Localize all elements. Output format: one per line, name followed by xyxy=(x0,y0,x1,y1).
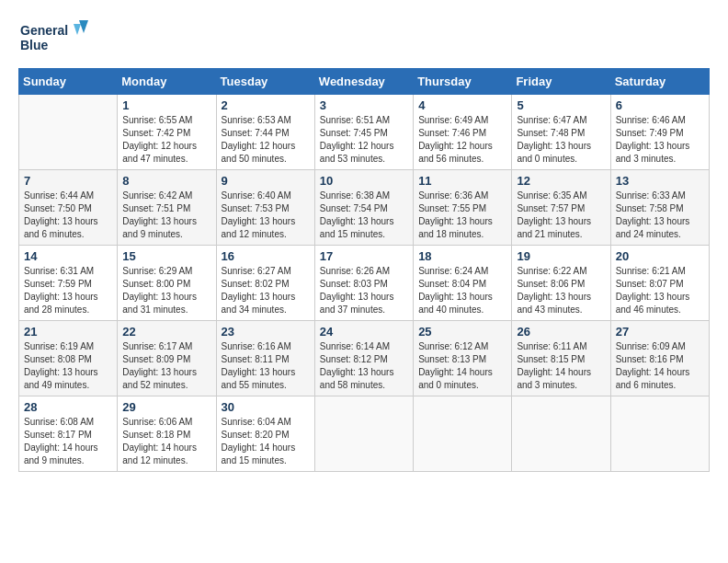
day-info: Sunrise: 6:22 AMSunset: 8:06 PMDaylight:… xyxy=(517,265,605,316)
calendar-cell: 7Sunrise: 6:44 AMSunset: 7:50 PMDaylight… xyxy=(19,170,118,246)
day-info: Sunrise: 6:55 AMSunset: 7:42 PMDaylight:… xyxy=(122,114,210,166)
calendar-cell: 2Sunrise: 6:53 AMSunset: 7:44 PMDaylight… xyxy=(216,95,314,170)
day-info: Sunrise: 6:12 AMSunset: 8:13 PMDaylight:… xyxy=(418,340,506,392)
calendar-cell xyxy=(19,95,118,170)
weekday-header: Friday xyxy=(512,69,610,95)
day-number: 14 xyxy=(24,249,112,263)
calendar-cell: 14Sunrise: 6:31 AMSunset: 7:59 PMDayligh… xyxy=(19,246,118,321)
day-info: Sunrise: 6:46 AMSunset: 7:49 PMDaylight:… xyxy=(616,114,704,166)
calendar-cell xyxy=(314,396,413,472)
day-info: Sunrise: 6:36 AMSunset: 7:55 PMDaylight:… xyxy=(418,190,506,241)
page-header: General Blue xyxy=(18,18,710,59)
calendar-table: SundayMondayTuesdayWednesdayThursdayFrid… xyxy=(18,68,710,472)
svg-marker-2 xyxy=(74,24,81,35)
day-info: Sunrise: 6:16 AMSunset: 8:11 PMDaylight:… xyxy=(222,340,310,392)
day-number: 1 xyxy=(122,98,210,112)
day-number: 29 xyxy=(122,400,210,414)
weekday-header: Sunday xyxy=(19,69,118,95)
day-number: 17 xyxy=(320,249,408,263)
day-info: Sunrise: 6:21 AMSunset: 8:07 PMDaylight:… xyxy=(616,265,704,316)
day-number: 20 xyxy=(616,249,704,263)
calendar-week-row: 14Sunrise: 6:31 AMSunset: 7:59 PMDayligh… xyxy=(19,246,710,321)
day-info: Sunrise: 6:04 AMSunset: 8:20 PMDaylight:… xyxy=(222,416,310,467)
calendar-cell: 4Sunrise: 6:49 AMSunset: 7:46 PMDaylight… xyxy=(414,95,512,170)
day-number: 19 xyxy=(517,249,605,263)
weekday-header: Thursday xyxy=(414,69,512,95)
calendar-cell: 1Sunrise: 6:55 AMSunset: 7:42 PMDaylight… xyxy=(118,95,216,170)
calendar-cell: 5Sunrise: 6:47 AMSunset: 7:48 PMDaylight… xyxy=(512,95,610,170)
calendar-cell: 8Sunrise: 6:42 AMSunset: 7:51 PMDaylight… xyxy=(118,170,216,246)
logo-svg: General Blue xyxy=(18,18,92,59)
calendar-cell: 22Sunrise: 6:17 AMSunset: 8:09 PMDayligh… xyxy=(118,321,216,396)
calendar-cell: 13Sunrise: 6:33 AMSunset: 7:58 PMDayligh… xyxy=(610,170,709,246)
day-info: Sunrise: 6:19 AMSunset: 8:08 PMDaylight:… xyxy=(24,340,112,392)
calendar-week-row: 28Sunrise: 6:08 AMSunset: 8:17 PMDayligh… xyxy=(19,396,710,472)
day-number: 15 xyxy=(122,249,210,263)
day-info: Sunrise: 6:35 AMSunset: 7:57 PMDaylight:… xyxy=(517,190,605,241)
day-info: Sunrise: 6:17 AMSunset: 8:09 PMDaylight:… xyxy=(122,340,210,392)
calendar-cell xyxy=(414,396,512,472)
day-number: 28 xyxy=(24,400,112,414)
svg-marker-3 xyxy=(79,20,88,33)
day-info: Sunrise: 6:14 AMSunset: 8:12 PMDaylight:… xyxy=(320,340,408,392)
calendar-cell: 16Sunrise: 6:27 AMSunset: 8:02 PMDayligh… xyxy=(216,246,314,321)
day-info: Sunrise: 6:40 AMSunset: 7:53 PMDaylight:… xyxy=(222,190,310,241)
calendar-cell: 3Sunrise: 6:51 AMSunset: 7:45 PMDaylight… xyxy=(314,95,413,170)
calendar-cell: 10Sunrise: 6:38 AMSunset: 7:54 PMDayligh… xyxy=(314,170,413,246)
day-number: 25 xyxy=(418,325,506,339)
day-number: 26 xyxy=(517,325,605,339)
day-info: Sunrise: 6:53 AMSunset: 7:44 PMDaylight:… xyxy=(222,114,310,166)
calendar-cell: 11Sunrise: 6:36 AMSunset: 7:55 PMDayligh… xyxy=(414,170,512,246)
day-info: Sunrise: 6:11 AMSunset: 8:15 PMDaylight:… xyxy=(517,340,605,392)
calendar-cell: 6Sunrise: 6:46 AMSunset: 7:49 PMDaylight… xyxy=(610,95,709,170)
calendar-cell: 17Sunrise: 6:26 AMSunset: 8:03 PMDayligh… xyxy=(314,246,413,321)
day-number: 6 xyxy=(616,98,704,112)
day-info: Sunrise: 6:44 AMSunset: 7:50 PMDaylight:… xyxy=(24,190,112,241)
day-info: Sunrise: 6:33 AMSunset: 7:58 PMDaylight:… xyxy=(616,190,704,241)
weekday-header: Tuesday xyxy=(216,69,314,95)
calendar-cell: 25Sunrise: 6:12 AMSunset: 8:13 PMDayligh… xyxy=(414,321,512,396)
calendar-cell: 9Sunrise: 6:40 AMSunset: 7:53 PMDaylight… xyxy=(216,170,314,246)
svg-text:Blue: Blue xyxy=(20,38,49,52)
calendar-cell: 20Sunrise: 6:21 AMSunset: 8:07 PMDayligh… xyxy=(610,246,709,321)
day-info: Sunrise: 6:38 AMSunset: 7:54 PMDaylight:… xyxy=(320,190,408,241)
day-number: 5 xyxy=(517,98,605,112)
weekday-header: Monday xyxy=(118,69,216,95)
day-info: Sunrise: 6:06 AMSunset: 8:18 PMDaylight:… xyxy=(122,416,210,467)
calendar-cell: 12Sunrise: 6:35 AMSunset: 7:57 PMDayligh… xyxy=(512,170,610,246)
day-number: 27 xyxy=(616,325,704,339)
calendar-cell: 27Sunrise: 6:09 AMSunset: 8:16 PMDayligh… xyxy=(610,321,709,396)
calendar-cell: 30Sunrise: 6:04 AMSunset: 8:20 PMDayligh… xyxy=(216,396,314,472)
calendar-cell: 28Sunrise: 6:08 AMSunset: 8:17 PMDayligh… xyxy=(19,396,118,472)
day-number: 13 xyxy=(616,174,704,188)
day-number: 11 xyxy=(418,174,506,188)
day-number: 10 xyxy=(320,174,408,188)
day-info: Sunrise: 6:24 AMSunset: 8:04 PMDaylight:… xyxy=(418,265,506,316)
day-info: Sunrise: 6:08 AMSunset: 8:17 PMDaylight:… xyxy=(24,416,112,467)
calendar-cell: 24Sunrise: 6:14 AMSunset: 8:12 PMDayligh… xyxy=(314,321,413,396)
calendar-week-row: 1Sunrise: 6:55 AMSunset: 7:42 PMDaylight… xyxy=(19,95,710,170)
day-info: Sunrise: 6:49 AMSunset: 7:46 PMDaylight:… xyxy=(418,114,506,166)
calendar-cell: 19Sunrise: 6:22 AMSunset: 8:06 PMDayligh… xyxy=(512,246,610,321)
day-number: 3 xyxy=(320,98,408,112)
calendar-cell: 21Sunrise: 6:19 AMSunset: 8:08 PMDayligh… xyxy=(19,321,118,396)
day-number: 16 xyxy=(222,249,310,263)
day-info: Sunrise: 6:51 AMSunset: 7:45 PMDaylight:… xyxy=(320,114,408,166)
calendar-cell xyxy=(512,396,610,472)
calendar-cell: 29Sunrise: 6:06 AMSunset: 8:18 PMDayligh… xyxy=(118,396,216,472)
calendar-cell: 23Sunrise: 6:16 AMSunset: 8:11 PMDayligh… xyxy=(216,321,314,396)
calendar-week-row: 21Sunrise: 6:19 AMSunset: 8:08 PMDayligh… xyxy=(19,321,710,396)
calendar-cell: 26Sunrise: 6:11 AMSunset: 8:15 PMDayligh… xyxy=(512,321,610,396)
day-number: 7 xyxy=(24,174,112,188)
calendar-week-row: 7Sunrise: 6:44 AMSunset: 7:50 PMDaylight… xyxy=(19,170,710,246)
day-number: 18 xyxy=(418,249,506,263)
day-info: Sunrise: 6:27 AMSunset: 8:02 PMDaylight:… xyxy=(222,265,310,316)
day-number: 8 xyxy=(122,174,210,188)
header-row: SundayMondayTuesdayWednesdayThursdayFrid… xyxy=(19,69,710,95)
day-number: 12 xyxy=(517,174,605,188)
day-info: Sunrise: 6:26 AMSunset: 8:03 PMDaylight:… xyxy=(320,265,408,316)
day-number: 23 xyxy=(222,325,310,339)
day-number: 22 xyxy=(122,325,210,339)
day-info: Sunrise: 6:31 AMSunset: 7:59 PMDaylight:… xyxy=(24,265,112,316)
calendar-cell: 15Sunrise: 6:29 AMSunset: 8:00 PMDayligh… xyxy=(118,246,216,321)
